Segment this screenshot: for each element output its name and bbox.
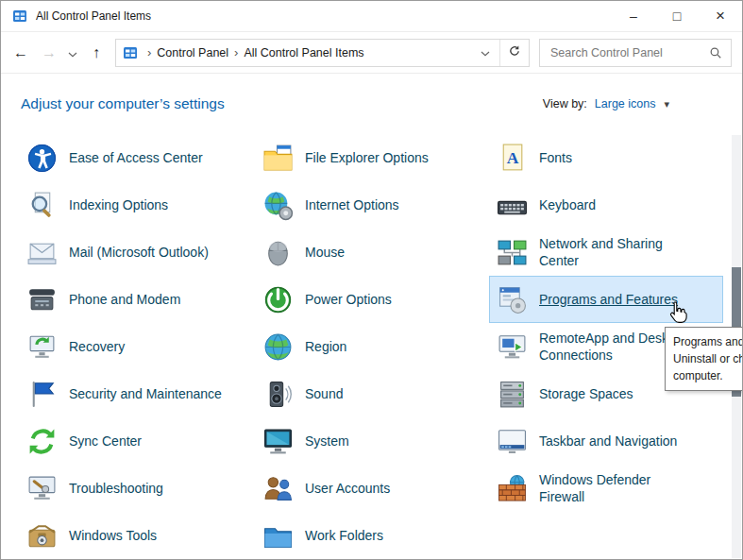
navigation-toolbar: ← → ↑ › Control Panel › All Control Pane… xyxy=(1,32,742,74)
item-label[interactable]: Sound xyxy=(305,385,343,402)
control-panel-icon xyxy=(123,45,138,60)
chevron-down-icon xyxy=(481,46,490,59)
control-panel-item[interactable]: Sync Center xyxy=(19,417,249,465)
internet-icon xyxy=(262,190,294,221)
item-label[interactable]: Indexing Options xyxy=(69,196,168,213)
item-label[interactable]: File Explorer Options xyxy=(305,149,429,166)
item-label[interactable]: Mouse xyxy=(305,244,345,261)
control-panel-item[interactable]: Sound xyxy=(255,370,483,417)
control-panel-item[interactable]: Taskbar and Navigation xyxy=(489,417,723,465)
infotip: Programs and Feat Uninstall or chang com… xyxy=(665,327,743,391)
item-label[interactable]: Internet Options xyxy=(305,196,399,213)
title-bar: All Control Panel Items – □ × xyxy=(1,1,742,32)
item-label[interactable]: Windows Tools xyxy=(69,527,157,544)
troubleshooting-icon xyxy=(26,473,58,504)
item-label[interactable]: Programs and Features xyxy=(539,291,678,308)
maximize-button[interactable]: □ xyxy=(655,2,699,31)
control-panel-item[interactable]: Security and Maintenance xyxy=(19,370,249,417)
recent-pages-button[interactable] xyxy=(68,44,77,61)
mail-icon xyxy=(26,237,58,268)
infotip-text: Uninstall or chang xyxy=(673,350,743,367)
item-label[interactable]: Taskbar and Navigation xyxy=(539,433,677,450)
user-accounts-icon xyxy=(262,473,294,504)
sync-icon xyxy=(26,426,58,457)
view-by-control: View by: Large icons ▾ xyxy=(543,97,669,110)
control-panel-item[interactable]: Work Folders xyxy=(255,512,483,559)
keyboard-icon xyxy=(497,190,528,221)
control-panel-item[interactable]: Internet Options xyxy=(255,181,483,229)
breadcrumb-all-items[interactable]: All Control Panel Items xyxy=(244,46,363,59)
control-panel-item[interactable]: Windows Tools xyxy=(19,512,249,559)
minimize-button[interactable]: – xyxy=(612,2,655,31)
phone-icon xyxy=(26,284,58,315)
item-label[interactable]: Region xyxy=(305,338,346,355)
control-panel-item[interactable]: Phone and Modem xyxy=(19,276,249,323)
chevron-down-icon xyxy=(68,44,77,61)
item-label[interactable]: Security and Maintenance xyxy=(69,385,222,402)
refresh-button[interactable] xyxy=(499,40,529,66)
item-label[interactable]: Storage Spaces xyxy=(539,385,633,402)
item-label[interactable]: Keyboard xyxy=(539,196,596,213)
breadcrumb-control-panel[interactable]: Control Panel xyxy=(157,46,228,59)
control-panel-item[interactable]: Troubleshooting xyxy=(19,465,249,512)
item-label-line[interactable]: Center xyxy=(539,252,663,269)
control-panel-item[interactable]: Indexing Options xyxy=(19,181,249,229)
item-label[interactable]: Fonts xyxy=(539,149,572,166)
forward-button[interactable]: → xyxy=(40,45,59,60)
back-button[interactable]: ← xyxy=(11,45,30,60)
file-explorer-icon xyxy=(262,143,294,174)
view-by-dropdown[interactable]: Large icons xyxy=(595,97,656,110)
search-input[interactable] xyxy=(549,45,703,60)
region-icon xyxy=(262,331,294,363)
close-button[interactable]: × xyxy=(699,2,742,31)
item-label[interactable]: Sync Center xyxy=(69,433,142,450)
sound-icon xyxy=(262,379,294,410)
control-panel-item[interactable]: Windows DefenderFirewall xyxy=(489,465,723,512)
address-bar[interactable]: › Control Panel › All Control Panel Item… xyxy=(115,39,530,67)
recovery-icon xyxy=(26,331,58,363)
control-panel-item[interactable]: Ease of Access Center xyxy=(19,134,249,181)
firewall-icon xyxy=(497,473,528,504)
system-icon xyxy=(262,426,294,457)
up-button[interactable]: ↑ xyxy=(87,45,106,60)
item-label[interactable]: Windows DefenderFirewall xyxy=(539,471,650,506)
view-by-caret-icon[interactable]: ▾ xyxy=(664,98,669,110)
address-dropdown-button[interactable] xyxy=(471,46,499,59)
infotip-text: computer. xyxy=(673,367,743,384)
control-panel-item[interactable]: Programs and Features xyxy=(489,276,723,323)
control-panel-item[interactable]: Keyboard xyxy=(489,181,723,229)
item-label[interactable]: Network and SharingCenter xyxy=(539,235,663,270)
breadcrumb-separator: › xyxy=(147,45,151,59)
control-panel-item[interactable]: Mail (Microsoft Outlook) xyxy=(19,229,249,276)
search-box[interactable] xyxy=(539,39,732,67)
control-panel-item[interactable]: User Accounts xyxy=(255,465,483,512)
item-label[interactable]: User Accounts xyxy=(305,480,390,497)
item-label-line[interactable]: Network and Sharing xyxy=(539,235,663,252)
control-panel-item[interactable]: Recovery xyxy=(19,323,249,370)
item-label-line[interactable]: Windows Defender xyxy=(539,471,650,488)
fonts-icon: A xyxy=(497,143,528,174)
minimize-icon: – xyxy=(630,8,637,24)
item-label[interactable]: Mail (Microsoft Outlook) xyxy=(69,244,209,261)
item-label-line[interactable]: Firewall xyxy=(539,488,650,505)
items-grid: Ease of Access CenterFile Explorer Optio… xyxy=(1,134,729,559)
item-label[interactable]: Phone and Modem xyxy=(69,291,180,308)
control-panel-item[interactable]: Power Options xyxy=(255,276,483,323)
item-label[interactable]: Recovery xyxy=(69,338,125,355)
page-title: Adjust your computer’s settings xyxy=(21,95,225,112)
item-label[interactable]: System xyxy=(305,433,349,450)
windows-tools-icon xyxy=(26,520,58,552)
svg-text:A: A xyxy=(507,147,519,166)
control-panel-item[interactable]: File Explorer Options xyxy=(255,134,483,181)
item-label[interactable]: Work Folders xyxy=(305,527,383,544)
item-label[interactable]: Troubleshooting xyxy=(69,480,163,497)
control-panel-item[interactable]: Region xyxy=(255,323,483,370)
ease-of-access-icon xyxy=(26,143,58,174)
control-panel-item[interactable]: System xyxy=(255,417,483,465)
control-panel-item[interactable]: Network and SharingCenter xyxy=(489,229,723,276)
item-label[interactable]: Ease of Access Center xyxy=(69,149,203,166)
control-panel-item[interactable]: Mouse xyxy=(255,229,483,276)
refresh-icon xyxy=(508,44,521,60)
control-panel-item[interactable]: AFonts xyxy=(489,134,723,181)
item-label[interactable]: Power Options xyxy=(305,291,392,308)
